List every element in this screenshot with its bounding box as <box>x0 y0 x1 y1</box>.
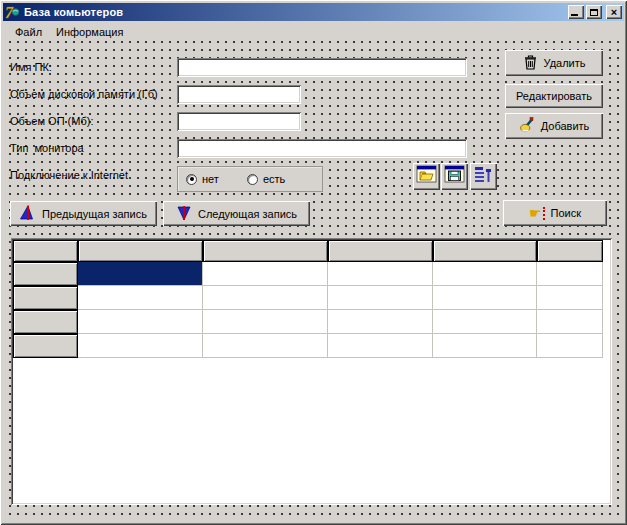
grid-cell[interactable] <box>203 310 328 334</box>
label-ram-size: Объем ОП (Мб): <box>10 115 93 127</box>
db-grid-client <box>13 240 610 503</box>
next-record-button[interactable]: Следующая запись <box>163 201 310 226</box>
arrow-down-icon <box>176 205 192 223</box>
radio-circle-icon <box>186 174 197 185</box>
monitor-type-input[interactable] <box>177 139 467 158</box>
grid-cell[interactable] <box>433 286 537 310</box>
grid-cell[interactable] <box>328 286 433 310</box>
delete-button-label: Удалить <box>544 57 586 69</box>
add-button-label: Добавить <box>541 120 590 132</box>
grid-indicator-cell[interactable] <box>13 310 78 334</box>
grid-header-cell[interactable] <box>328 240 433 262</box>
save-icon <box>444 165 465 188</box>
open-form-icon <box>416 165 437 188</box>
grid-selected-cell[interactable] <box>78 262 203 286</box>
grid-cell[interactable] <box>203 334 328 358</box>
previous-record-label: Предыдущая запись <box>42 208 147 220</box>
grid-cell[interactable] <box>537 310 603 334</box>
grid-cell[interactable] <box>203 262 328 286</box>
grid-header-cell[interactable] <box>537 240 603 262</box>
grid-cell[interactable] <box>537 286 603 310</box>
label-monitor-type: Тип монитора <box>10 142 84 154</box>
radio-no-label: нет <box>202 173 219 185</box>
grid-cell[interactable] <box>78 286 203 310</box>
app-window: 7 База комьютеров × Файл Информация Имя … <box>0 0 627 525</box>
label-pc-name: Имя ПК: <box>10 61 52 73</box>
grid-cell[interactable] <box>537 262 603 286</box>
grid-cell[interactable] <box>433 310 537 334</box>
close-button[interactable]: × <box>606 5 622 19</box>
disk-size-input[interactable] <box>177 85 301 104</box>
internet-radio-panel: нет есть <box>177 166 323 192</box>
structure-button[interactable] <box>470 163 497 190</box>
open-button[interactable] <box>413 163 440 190</box>
window-title: База комьютеров <box>24 6 568 18</box>
grid-cell[interactable] <box>78 334 203 358</box>
menu-file[interactable]: Файл <box>8 24 49 40</box>
grid-header-cell[interactable] <box>433 240 537 262</box>
delphi-7-icon: 7 <box>5 4 21 20</box>
radio-internet-no[interactable]: нет <box>186 173 219 185</box>
grid-cell[interactable] <box>537 334 603 358</box>
grid-cell[interactable] <box>203 286 328 310</box>
edit-button[interactable]: Редактировать <box>505 84 603 108</box>
search-button-label: Поиск <box>551 207 581 219</box>
previous-record-button[interactable]: Предыдущая запись <box>10 201 157 226</box>
grid-cell[interactable] <box>328 334 433 358</box>
db-grid[interactable] <box>11 238 612 505</box>
trash-icon <box>523 54 538 72</box>
close-icon: × <box>611 7 617 17</box>
minimize-button[interactable] <box>568 5 584 19</box>
grid-cell[interactable] <box>78 310 203 334</box>
grid-indicator-cell[interactable] <box>13 262 78 286</box>
pointing-hand-icon: ☛ <box>529 206 545 220</box>
title-bar[interactable]: 7 База комьютеров × <box>3 3 624 21</box>
add-button[interactable]: Добавить <box>505 113 603 139</box>
grid-cell[interactable] <box>433 262 537 286</box>
maximize-button[interactable] <box>586 5 602 19</box>
radio-internet-yes[interactable]: есть <box>247 173 285 185</box>
structure-list-icon <box>473 165 494 188</box>
menu-information[interactable]: Информация <box>49 24 130 40</box>
grid-cell[interactable] <box>433 334 537 358</box>
next-record-label: Следующая запись <box>198 208 297 220</box>
grid-cell[interactable] <box>328 310 433 334</box>
pc-name-input[interactable] <box>177 58 467 77</box>
radio-yes-label: есть <box>263 173 285 185</box>
arrow-up-icon <box>20 205 36 223</box>
menu-bar: Файл Информация <box>4 22 623 41</box>
grid-cell[interactable] <box>328 262 433 286</box>
edit-button-label: Редактировать <box>516 90 592 102</box>
radio-circle-icon <box>247 174 258 185</box>
hand-pen-icon <box>519 117 535 135</box>
delete-button[interactable]: Удалить <box>505 50 603 76</box>
grid-header-cell[interactable] <box>203 240 328 262</box>
ram-size-input[interactable] <box>177 112 301 131</box>
maximize-icon <box>590 9 598 16</box>
search-button[interactable]: ☛ Поиск <box>503 200 607 226</box>
label-internet: Подключение к Internet <box>10 169 128 181</box>
save-button[interactable] <box>441 163 468 190</box>
grid-header-cell[interactable] <box>13 240 78 262</box>
minimize-icon <box>571 14 578 16</box>
grid-header-cell[interactable] <box>78 240 203 262</box>
grid-indicator-cell[interactable] <box>13 334 78 358</box>
label-disk-size: Объем дисковой памяти (Гб) <box>10 88 158 100</box>
grid-indicator-cell[interactable] <box>13 286 78 310</box>
